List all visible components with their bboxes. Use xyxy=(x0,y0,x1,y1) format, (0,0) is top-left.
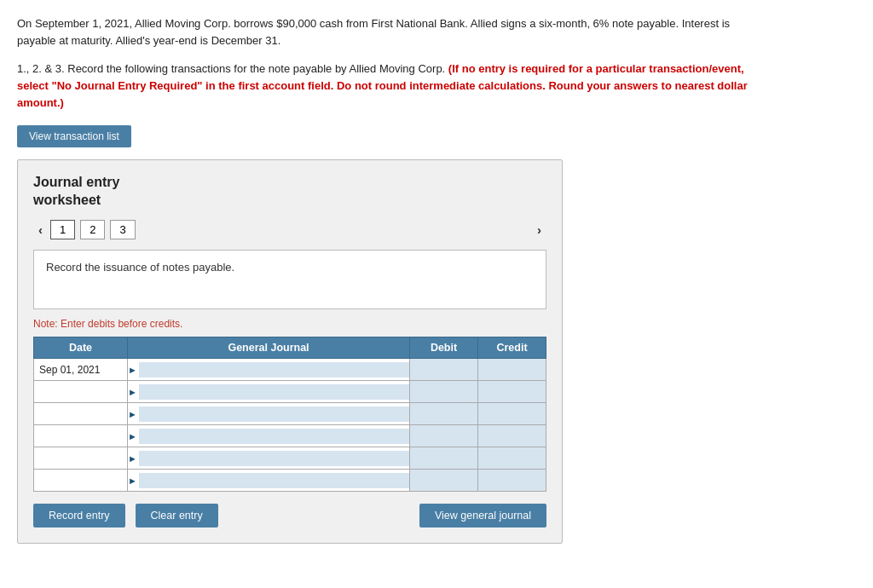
debit-cell-4[interactable] xyxy=(410,425,478,447)
action-buttons-row: Record entry Clear entry View general jo… xyxy=(33,504,546,527)
debit-cell-1[interactable] xyxy=(410,359,478,381)
credit-cell-1[interactable] xyxy=(478,359,546,381)
worksheet-title: Journal entry worksheet xyxy=(33,174,546,210)
intro-paragraph: On September 1, 2021, Allied Moving Corp… xyxy=(17,15,750,49)
table-row: ► xyxy=(34,403,546,425)
journal-entry-worksheet: Journal entry worksheet ‹ 1 2 3 › Record… xyxy=(17,159,563,544)
general-journal-input-3[interactable] xyxy=(139,406,409,422)
credit-input-2[interactable] xyxy=(478,381,546,402)
journal-table: Date General Journal Debit Credit Sep 01… xyxy=(33,337,546,492)
col-header-credit: Credit xyxy=(478,337,546,359)
debit-input-1[interactable] xyxy=(410,359,477,380)
general-journal-cell-1[interactable]: ► xyxy=(128,359,410,381)
general-journal-cell-6[interactable]: ► xyxy=(128,470,410,492)
note-text: Note: Enter debits before credits. xyxy=(33,318,546,330)
page-2-button[interactable]: 2 xyxy=(80,220,105,239)
date-cell-1: Sep 01, 2021 xyxy=(34,359,128,381)
indicator-5: ► xyxy=(128,453,137,464)
indicator-2: ► xyxy=(128,387,137,397)
date-cell-4 xyxy=(34,425,128,447)
debit-input-5[interactable] xyxy=(410,447,477,469)
debit-cell-6[interactable] xyxy=(410,470,478,492)
date-cell-5 xyxy=(34,447,128,470)
general-journal-cell-5[interactable]: ► xyxy=(128,447,410,470)
date-cell-2 xyxy=(34,381,128,403)
credit-input-4[interactable] xyxy=(478,425,546,447)
col-header-date: Date xyxy=(34,337,128,359)
view-transaction-list-button[interactable]: View transaction list xyxy=(17,125,131,147)
debit-input-4[interactable] xyxy=(410,425,477,447)
debit-input-3[interactable] xyxy=(410,403,477,424)
general-journal-input-1[interactable] xyxy=(139,362,409,378)
table-row: ► xyxy=(34,425,546,447)
general-journal-input-2[interactable] xyxy=(139,384,409,400)
page-1-button[interactable]: 1 xyxy=(50,220,75,239)
table-row: ► xyxy=(34,447,546,470)
indicator-3: ► xyxy=(128,409,137,419)
general-journal-input-5[interactable] xyxy=(139,451,409,466)
credit-cell-4[interactable] xyxy=(478,425,546,447)
description-box: Record the issuance of notes payable. xyxy=(33,250,546,309)
credit-cell-5[interactable] xyxy=(478,447,546,470)
credit-cell-6[interactable] xyxy=(478,470,546,492)
description-text: Record the issuance of notes payable. xyxy=(46,261,234,274)
date-value-1: Sep 01, 2021 xyxy=(39,364,100,376)
indicator-6: ► xyxy=(128,476,137,486)
debit-input-2[interactable] xyxy=(410,381,477,402)
credit-cell-3[interactable] xyxy=(478,403,546,425)
general-journal-input-6[interactable] xyxy=(139,473,409,488)
date-cell-3 xyxy=(34,403,128,425)
clear-entry-button[interactable]: Clear entry xyxy=(136,504,218,527)
date-cell-6 xyxy=(34,470,128,492)
credit-input-3[interactable] xyxy=(478,403,546,424)
pagination-row: ‹ 1 2 3 › xyxy=(33,220,546,239)
table-row: ► xyxy=(34,381,546,403)
prev-page-button[interactable]: ‹ xyxy=(33,221,48,239)
page-3-button[interactable]: 3 xyxy=(110,220,135,239)
instructions-paragraph: 1., 2. & 3. Record the following transac… xyxy=(17,61,750,112)
credit-input-5[interactable] xyxy=(478,447,546,469)
debit-cell-5[interactable] xyxy=(410,447,478,470)
debit-cell-3[interactable] xyxy=(410,403,478,425)
instructions-prefix: 1., 2. & 3. Record the following transac… xyxy=(17,62,448,75)
table-row: Sep 01, 2021 ► xyxy=(34,359,546,381)
indicator-1: ► xyxy=(128,365,137,375)
table-row: ► xyxy=(34,470,546,492)
view-general-journal-button[interactable]: View general journal xyxy=(419,504,546,527)
credit-input-1[interactable] xyxy=(478,359,546,380)
record-entry-button[interactable]: Record entry xyxy=(33,504,125,527)
general-journal-input-4[interactable] xyxy=(139,429,409,444)
indicator-4: ► xyxy=(128,431,137,441)
credit-cell-2[interactable] xyxy=(478,381,546,403)
debit-cell-2[interactable] xyxy=(410,381,478,403)
col-header-general-journal: General Journal xyxy=(128,337,410,359)
credit-input-6[interactable] xyxy=(478,470,546,491)
general-journal-cell-2[interactable]: ► xyxy=(128,381,410,403)
col-header-debit: Debit xyxy=(410,337,478,359)
general-journal-cell-4[interactable]: ► xyxy=(128,425,410,447)
next-page-button[interactable]: › xyxy=(532,221,546,239)
debit-input-6[interactable] xyxy=(410,470,477,491)
general-journal-cell-3[interactable]: ► xyxy=(128,403,410,425)
